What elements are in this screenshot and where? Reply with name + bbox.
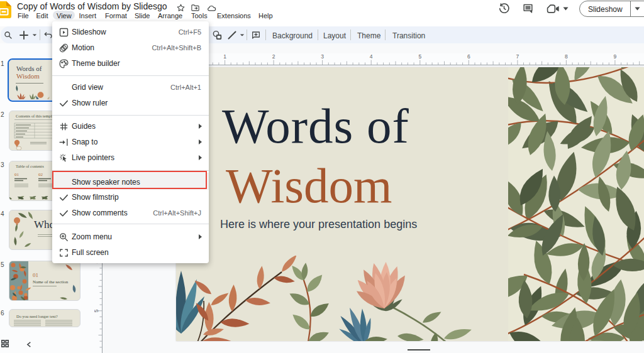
svg-text:9: 9 bbox=[614, 53, 617, 60]
svg-text:7: 7 bbox=[516, 53, 519, 60]
svg-text:6: 6 bbox=[467, 53, 470, 60]
svg-text:01: 01 bbox=[14, 172, 19, 177]
svg-text:2: 2 bbox=[272, 53, 275, 60]
svg-text:4: 4 bbox=[370, 53, 373, 60]
svg-text:5: 5 bbox=[418, 53, 421, 60]
svg-text:02: 02 bbox=[38, 172, 43, 177]
svg-text:1: 1 bbox=[223, 53, 226, 60]
svg-text:5: 5 bbox=[94, 309, 99, 312]
svg-text:8: 8 bbox=[565, 53, 568, 60]
svg-text:3: 3 bbox=[321, 53, 324, 60]
